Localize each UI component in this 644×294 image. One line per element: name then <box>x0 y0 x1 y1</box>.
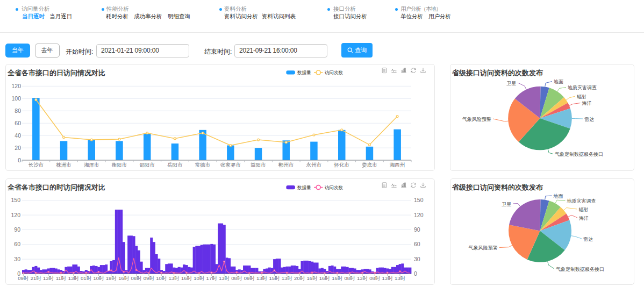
svg-text:08时: 08时 <box>131 275 142 281</box>
svg-text:株洲市: 株洲市 <box>56 162 71 168</box>
svg-text:数据量: 数据量 <box>297 70 311 75</box>
svg-text:30: 30 <box>14 256 20 262</box>
svg-text:09时: 09时 <box>18 275 29 281</box>
svg-text:16时: 16时 <box>306 275 318 281</box>
svg-text:13时: 13时 <box>68 275 80 281</box>
svg-text:辐射: 辐射 <box>579 207 589 212</box>
svg-text:气象定制数据服务接口: 气象定制数据服务接口 <box>554 152 603 157</box>
svg-text:13时: 13时 <box>282 275 293 281</box>
svg-text:地质灾害调查: 地质灾害调查 <box>567 198 596 204</box>
svg-text:海洋: 海洋 <box>582 101 592 106</box>
svg-text:09时: 09时 <box>144 275 155 281</box>
svg-text:地面: 地面 <box>553 79 563 84</box>
svg-text:17时: 17时 <box>206 275 218 281</box>
svg-text:13时: 13时 <box>382 275 393 281</box>
svg-text:120: 120 <box>11 212 20 218</box>
svg-text:气象风险预警: 气象风险预警 <box>462 117 491 122</box>
svg-text:邵阳市: 邵阳市 <box>139 162 155 168</box>
svg-text:地面: 地面 <box>553 193 563 199</box>
svg-text:张家界市: 张家界市 <box>220 162 241 168</box>
svg-text:20: 20 <box>15 145 21 151</box>
svg-text:08时: 08时 <box>231 275 242 281</box>
svg-text:0: 0 <box>414 270 417 277</box>
svg-text:08时: 08时 <box>369 275 381 281</box>
svg-text:雷达: 雷达 <box>583 236 593 242</box>
svg-text:海洋: 海洋 <box>579 216 589 221</box>
svg-text:衡阳市: 衡阳市 <box>112 162 127 168</box>
svg-text:16时: 16时 <box>319 275 331 281</box>
svg-text:数据量: 数据量 <box>297 185 311 190</box>
svg-text:卫星: 卫星 <box>502 202 512 207</box>
svg-text:雷达: 雷达 <box>584 117 594 122</box>
svg-text:娄底市: 娄底市 <box>362 162 377 168</box>
svg-text:150: 150 <box>414 197 424 203</box>
svg-text:21时: 21时 <box>31 275 42 281</box>
svg-text:访问次数: 访问次数 <box>325 70 344 75</box>
svg-text:13时: 13时 <box>219 275 230 281</box>
svg-text:气象风险预警: 气象风险预警 <box>468 245 498 250</box>
svg-text:16时: 16时 <box>118 275 130 281</box>
svg-text:13时: 13时 <box>169 275 180 281</box>
svg-text:长沙市: 长沙市 <box>28 162 44 168</box>
svg-text:岳阳市: 岳阳市 <box>167 162 183 168</box>
svg-text:湘潭市: 湘潭市 <box>84 162 99 168</box>
svg-text:09时: 09时 <box>244 275 255 281</box>
svg-text:辐射: 辐射 <box>577 94 586 99</box>
svg-text:120: 120 <box>414 212 424 218</box>
svg-text:20时: 20时 <box>294 275 305 281</box>
svg-text:10时: 10时 <box>156 275 167 281</box>
svg-text:60: 60 <box>15 120 21 126</box>
svg-text:60: 60 <box>14 241 20 247</box>
svg-text:90: 90 <box>14 226 20 233</box>
svg-text:13时: 13时 <box>395 275 406 281</box>
svg-text:0: 0 <box>18 157 21 163</box>
svg-text:益阳市: 益阳市 <box>251 162 266 168</box>
svg-text:怀化市: 怀化市 <box>333 162 349 168</box>
svg-text:40: 40 <box>15 132 21 139</box>
svg-text:19时: 19时 <box>106 275 117 281</box>
svg-text:10时: 10时 <box>194 275 205 281</box>
svg-text:访问次数: 访问次数 <box>325 185 344 190</box>
svg-text:气象定制数据服务接口: 气象定制数据服务接口 <box>555 267 604 272</box>
svg-text:100: 100 <box>11 95 21 102</box>
svg-text:120: 120 <box>11 83 21 89</box>
svg-text:60: 60 <box>414 241 420 247</box>
svg-text:16时: 16时 <box>181 275 192 281</box>
svg-text:10时: 10时 <box>93 275 104 281</box>
svg-text:卫星: 卫星 <box>506 81 517 86</box>
svg-text:13时: 13时 <box>256 275 268 281</box>
svg-text:90: 90 <box>414 226 420 233</box>
svg-text:常德市: 常德市 <box>195 162 211 168</box>
svg-text:80: 80 <box>15 107 21 114</box>
svg-text:30: 30 <box>414 256 420 262</box>
svg-text:湘西州: 湘西州 <box>390 162 405 168</box>
svg-text:地质灾害调查: 地质灾害调查 <box>567 85 597 90</box>
svg-text:08时: 08时 <box>345 275 356 281</box>
svg-text:16时: 16时 <box>332 275 343 281</box>
svg-text:150: 150 <box>11 197 20 203</box>
svg-text:11时: 11时 <box>56 275 67 281</box>
svg-text:01时: 01时 <box>81 275 92 281</box>
svg-text:永州市: 永州市 <box>306 162 322 168</box>
svg-text:13时: 13时 <box>357 275 368 281</box>
svg-text:13时: 13时 <box>43 275 54 281</box>
svg-text:15时: 15时 <box>269 275 280 281</box>
svg-text:郴州市: 郴州市 <box>278 162 294 168</box>
